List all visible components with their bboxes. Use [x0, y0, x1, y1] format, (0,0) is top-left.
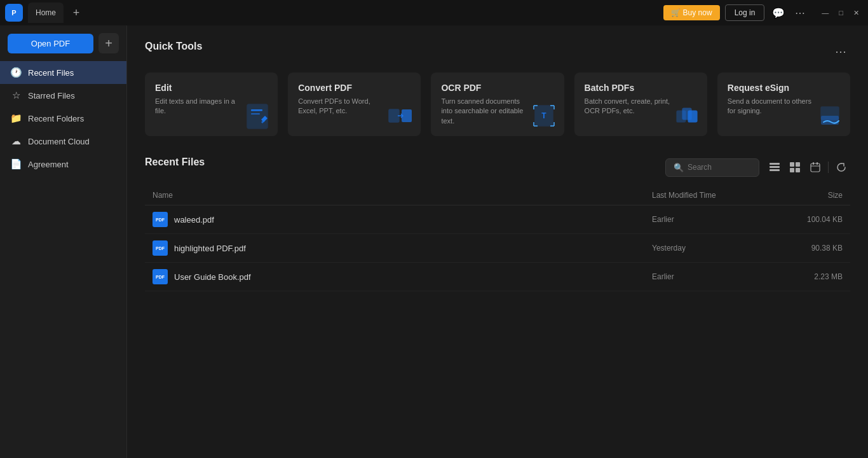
svg-rect-19 [790, 168, 794, 172]
sidebar-add-button[interactable]: + [98, 33, 119, 53]
sidebar-item-document-cloud[interactable]: ☁ Document Cloud [0, 130, 126, 153]
chat-icon[interactable]: 💬 [770, 4, 787, 22]
svg-rect-17 [790, 162, 794, 167]
search-box[interactable]: 🔍 [665, 158, 759, 177]
table-row[interactable]: PDF User Guide Book.pdf Earlier 2.23 MB [145, 263, 850, 291]
more-options-icon[interactable]: ⋯ [792, 4, 808, 22]
table-header: Name Last Modified Time Size [145, 186, 850, 205]
window-controls: — □ ✕ [818, 9, 863, 17]
close-button[interactable]: ✕ [850, 9, 863, 17]
col-header-modified: Last Modified Time [652, 191, 766, 200]
cart-icon: 🛒 [671, 8, 681, 17]
file-modified: Earlier [652, 215, 766, 224]
login-button[interactable]: Log in [725, 4, 765, 21]
quick-tools-more-button[interactable]: ⋯ [831, 42, 850, 61]
tool-edit-desc: Edit texts and images in a file. [155, 97, 244, 116]
svg-rect-18 [796, 162, 800, 167]
sidebar-item-label: Starred Files [28, 91, 75, 101]
table-row[interactable]: PDF waleed.pdf Earlier 100.04 KB [145, 205, 850, 234]
svg-text:P: P [11, 9, 16, 17]
file-size: 100.04 KB [766, 215, 843, 224]
svg-rect-11 [688, 111, 697, 122]
tool-ocr-icon: T [529, 101, 559, 131]
svg-text:PDF: PDF [156, 246, 165, 251]
sidebar-item-starred-files[interactable]: ☆ Starred Files [0, 84, 126, 107]
file-modified: Yesterday [652, 244, 766, 253]
sidebar-item-agreement[interactable]: 📄 Agreement [0, 153, 126, 176]
file-name: User Guide Book.pdf [174, 272, 652, 282]
recent-files-icon: 🕐 [10, 67, 22, 78]
open-pdf-button[interactable]: Open PDF [8, 34, 93, 53]
svg-rect-3 [251, 109, 262, 111]
search-icon: 🔍 [674, 163, 684, 172]
quick-tools-grid: Edit Edit texts and images in a file. [145, 73, 850, 136]
divider [828, 162, 829, 173]
search-input[interactable] [688, 163, 751, 172]
tool-card-batch[interactable]: Batch PDFs Batch convert, create, print,… [574, 73, 707, 136]
minimize-button[interactable]: — [818, 9, 832, 17]
tool-card-edit[interactable]: Edit Edit texts and images in a file. [145, 73, 278, 136]
table-row[interactable]: PDF highlighted PDF.pdf Yesterday 90.38 … [145, 234, 850, 263]
tool-card-esign[interactable]: Request eSign Send a document to others … [717, 73, 850, 136]
buy-now-button[interactable]: 🛒 Buy now [663, 5, 720, 20]
agreement-icon: 📄 [10, 158, 22, 170]
recent-files-header: Recent Files 🔍 [145, 156, 850, 178]
tool-convert-icon [385, 101, 416, 131]
tool-card-convert[interactable]: Convert PDF Convert PDFs to Word, Excel,… [288, 73, 421, 136]
col-header-size: Size [766, 191, 843, 200]
col-header-name: Name [153, 191, 652, 200]
svg-rect-15 [770, 166, 780, 168]
sidebar-item-recent-folders[interactable]: 📁 Recent Folders [0, 107, 126, 130]
starred-files-icon: ☆ [10, 90, 22, 101]
tool-ocr-title: OCR PDF [441, 83, 553, 93]
sidebar-item-label: Agreement [28, 160, 69, 169]
tool-card-ocr[interactable]: OCR PDF Turn scanned documents into sear… [431, 73, 564, 136]
recent-folders-icon: 📁 [10, 113, 22, 124]
sidebar: Open PDF + 🕐 Recent Files ☆ Starred File… [0, 25, 127, 458]
svg-text:PDF: PDF [156, 275, 165, 279]
main-content: Quick Tools ⋯ Edit Edit texts and images… [127, 25, 868, 458]
sidebar-item-recent-files[interactable]: 🕐 Recent Files [0, 61, 126, 84]
titlebar: P Home + 🛒 Buy now Log in 💬 ⋯ — □ ✕ [0, 0, 868, 25]
calendar-view-button[interactable] [806, 158, 824, 176]
tool-batch-desc: Batch convert, create, print, OCR PDFs, … [585, 97, 674, 116]
home-tab[interactable]: Home [28, 3, 64, 23]
tool-batch-title: Batch PDFs [585, 83, 697, 93]
file-name: waleed.pdf [174, 215, 652, 225]
maximize-button[interactable]: □ [835, 9, 847, 17]
svg-text:T: T [541, 111, 546, 120]
view-controls [766, 158, 850, 176]
svg-rect-21 [811, 163, 820, 172]
tool-batch-icon [672, 101, 702, 131]
file-icon: PDF [153, 212, 168, 227]
tool-convert-desc: Convert PDFs to Word, Excel, PPT, etc. [298, 97, 387, 116]
list-view-button[interactable] [766, 158, 783, 176]
tool-ocr-desc: Turn scanned documents into searchable o… [441, 97, 530, 126]
tool-esign-icon [815, 101, 845, 131]
recent-files-title: Recent Files [145, 156, 205, 168]
sidebar-item-label: Recent Files [28, 68, 74, 78]
tool-edit-icon [242, 101, 273, 131]
svg-rect-14 [770, 163, 780, 165]
add-tab-button[interactable]: + [69, 5, 84, 20]
app-logo: P [5, 4, 23, 22]
file-icon: PDF [153, 240, 168, 256]
tool-convert-title: Convert PDF [298, 83, 410, 93]
file-icon: PDF [153, 269, 168, 284]
svg-rect-4 [251, 113, 260, 114]
file-size: 2.23 MB [766, 272, 843, 281]
app-body: Open PDF + 🕐 Recent Files ☆ Starred File… [0, 25, 868, 458]
quick-tools-section: Quick Tools ⋯ Edit Edit texts and images… [145, 41, 850, 136]
file-table: Name Last Modified Time Size PDF waleed.… [145, 186, 850, 291]
grid-view-button[interactable] [786, 158, 804, 176]
document-cloud-icon: ☁ [10, 135, 22, 147]
quick-tools-title: Quick Tools [145, 41, 202, 52]
refresh-button[interactable] [832, 158, 850, 176]
file-modified: Earlier [652, 272, 766, 281]
file-name: highlighted PDF.pdf [174, 244, 652, 253]
svg-rect-23 [817, 162, 818, 165]
svg-rect-16 [770, 169, 780, 171]
sidebar-item-label: Document Cloud [28, 137, 90, 146]
tool-esign-desc: Send a document to others for signing. [728, 97, 817, 116]
recent-files-section: Recent Files 🔍 [145, 156, 850, 291]
